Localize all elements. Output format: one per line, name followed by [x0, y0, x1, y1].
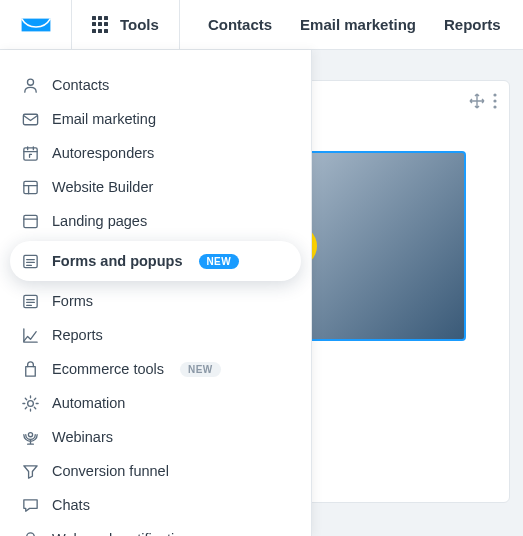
- menu-item-forms[interactable]: Forms: [0, 284, 311, 318]
- window-icon: [20, 211, 40, 231]
- mail-icon: [20, 109, 40, 129]
- menu-item-label: Reports: [52, 327, 103, 343]
- menu-item-chats[interactable]: Chats: [0, 488, 311, 522]
- chart-icon: [20, 325, 40, 345]
- menu-item-webinars[interactable]: Webinars: [0, 420, 311, 454]
- menu-item-conversion-funnel[interactable]: Conversion funnel: [0, 454, 311, 488]
- svg-point-12: [28, 432, 32, 436]
- svg-point-1: [493, 99, 496, 102]
- menu-item-label: Conversion funnel: [52, 463, 169, 479]
- person-icon: [20, 75, 40, 95]
- new-badge: NEW: [199, 254, 240, 269]
- tools-label: Tools: [120, 16, 159, 33]
- menu-item-label: Chats: [52, 497, 90, 513]
- svg-point-2: [493, 105, 496, 108]
- lightbulb-icon: [458, 151, 466, 187]
- svg-point-4: [27, 79, 33, 85]
- menu-item-web-push-notifications[interactable]: Web push notifications: [0, 522, 311, 536]
- webinar-icon: [20, 427, 40, 447]
- topbar: Tools Contacts Email marketing Reports: [0, 0, 523, 50]
- menu-item-contacts[interactable]: Contacts: [0, 68, 311, 102]
- menu-item-label: Automation: [52, 395, 125, 411]
- menu-item-label: Landing pages: [52, 213, 147, 229]
- menu-item-label: Email marketing: [52, 111, 156, 127]
- top-nav: Contacts Email marketing Reports: [180, 16, 501, 33]
- menu-item-ecommerce-tools[interactable]: Ecommerce toolsNEW: [0, 352, 311, 386]
- nav-contacts[interactable]: Contacts: [208, 16, 272, 33]
- grid-icon: [92, 16, 110, 34]
- form-icon: [20, 251, 40, 271]
- menu-item-reports[interactable]: Reports: [0, 318, 311, 352]
- bag-icon: [20, 359, 40, 379]
- chat-icon: [20, 495, 40, 515]
- nav-email-marketing[interactable]: Email marketing: [300, 16, 416, 33]
- menu-item-autoresponders[interactable]: Autoresponders: [0, 136, 311, 170]
- calendar-icon: [20, 143, 40, 163]
- logo-icon: [20, 15, 52, 35]
- nav-reports[interactable]: Reports: [444, 16, 501, 33]
- menu-item-label: Forms: [52, 293, 93, 309]
- tools-menu-button[interactable]: Tools: [72, 0, 180, 50]
- svg-rect-5: [23, 114, 37, 124]
- menu-item-website-builder[interactable]: Website Builder: [0, 170, 311, 204]
- menu-item-label: Ecommerce tools: [52, 361, 164, 377]
- menu-item-automation[interactable]: Automation: [0, 386, 311, 420]
- menu-item-email-marketing[interactable]: Email marketing: [0, 102, 311, 136]
- layout-icon: [20, 177, 40, 197]
- kebab-icon[interactable]: [493, 93, 497, 113]
- menu-item-label: Contacts: [52, 77, 109, 93]
- menu-item-label: Web push notifications: [52, 531, 198, 536]
- menu-item-label: Forms and popups: [52, 253, 183, 269]
- bell-icon: [20, 529, 40, 536]
- menu-item-forms-and-popups[interactable]: Forms and popupsNEW: [10, 241, 301, 281]
- gear-icon: [20, 393, 40, 413]
- svg-rect-8: [23, 215, 36, 227]
- svg-point-0: [493, 93, 496, 96]
- svg-rect-7: [23, 181, 36, 193]
- funnel-icon: [20, 461, 40, 481]
- new-badge: NEW: [180, 362, 221, 377]
- logo[interactable]: [0, 0, 72, 50]
- svg-point-11: [27, 400, 33, 406]
- menu-item-landing-pages[interactable]: Landing pages: [0, 204, 311, 238]
- tools-dropdown: ContactsEmail marketingAutorespondersWeb…: [0, 50, 312, 536]
- menu-item-label: Website Builder: [52, 179, 153, 195]
- form-icon: [20, 291, 40, 311]
- move-icon[interactable]: [469, 93, 485, 113]
- menu-item-label: Autoresponders: [52, 145, 154, 161]
- menu-item-label: Webinars: [52, 429, 113, 445]
